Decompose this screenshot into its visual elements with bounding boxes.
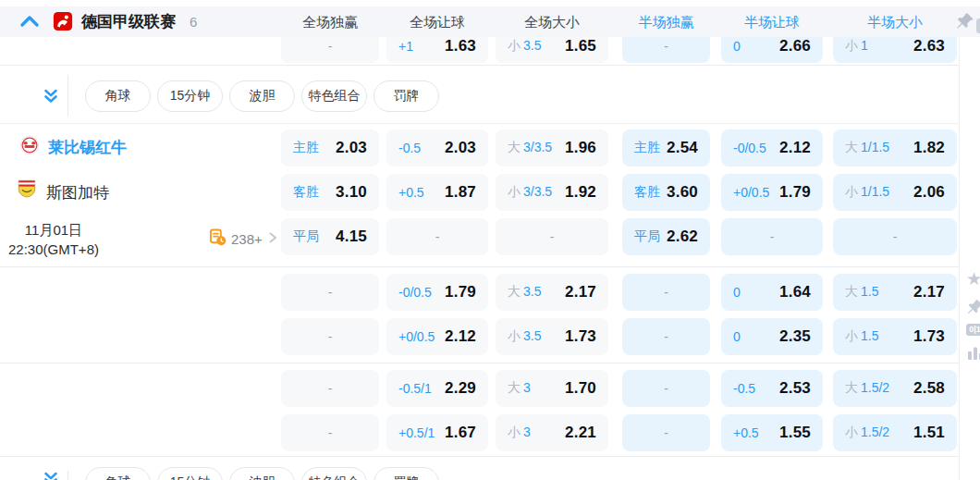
- odds-row-alt-line-2-over: --0.5/12.29大31.70--0.52.53大1.5/22.58: [0, 370, 980, 407]
- odds-cell[interactable]: 小3.51.73: [496, 318, 608, 355]
- odds-cell[interactable]: +0.5/11.67: [386, 414, 488, 451]
- odds-cell: -: [622, 414, 710, 451]
- odds-cell: -: [281, 318, 379, 355]
- odds-row-home-win: 主胜2.03-0.52.03大3/3.51.96主胜2.54-0/0.52.12…: [0, 129, 980, 166]
- odds-cell[interactable]: +0.51.87: [386, 174, 488, 211]
- column-header-full-overunder: 全场大小: [496, 6, 608, 37]
- odds-cell[interactable]: 平局2.62: [622, 218, 710, 255]
- odds-row-alt-line-2-under: -+0.5/11.67小32.21-+0.51.55小1.5/21.51: [0, 414, 980, 451]
- odds-cell[interactable]: 平局4.15: [281, 218, 379, 255]
- odds-cell[interactable]: -0/0.51.79: [386, 274, 488, 311]
- odds-cell[interactable]: 大1/1.51.82: [833, 129, 957, 166]
- odds-cell[interactable]: 小1/1.52.06: [833, 174, 957, 211]
- clipped-edge-icon: [976, 18, 980, 33]
- odds-cell[interactable]: 客胜3.60: [622, 174, 710, 211]
- column-header-half-overunder[interactable]: 半场大小: [833, 6, 957, 37]
- odds-row-draw: 平局4.15--平局2.62--: [0, 218, 980, 255]
- odds-cell[interactable]: 客胜3.10: [281, 174, 379, 211]
- odds-row-away-win: 客胜3.10+0.51.87小3/3.51.92客胜3.60+0/0.51.79…: [0, 174, 980, 211]
- league-name: 德国甲级联赛: [81, 6, 176, 37]
- bundesliga-logo-icon: [53, 11, 73, 31]
- column-header-full-handicap: 全场让球: [386, 6, 488, 37]
- odds-cell[interactable]: 小3/3.51.92: [496, 174, 608, 211]
- odds-cell[interactable]: -0/0.52.12: [721, 129, 823, 166]
- odds-cell[interactable]: +0/0.51.79: [721, 174, 823, 211]
- odds-cell[interactable]: +0/0.52.12: [386, 318, 488, 355]
- odds-cell[interactable]: 大3/3.51.96: [496, 129, 608, 166]
- odds-cell[interactable]: 小1.51.73: [833, 318, 957, 355]
- odds-grid: -+11.63小3.51.65-02.66小12.63主胜2.03-0.52.0…: [0, 0, 980, 480]
- league-match-count: 6: [190, 6, 197, 37]
- collapse-chevron-up-icon[interactable]: [18, 12, 41, 31]
- odds-row-alt-line-1-over: --0/0.51.79大3.52.17-01.64大1.52.17: [0, 274, 980, 311]
- odds-cell: -: [622, 370, 710, 407]
- odds-cell[interactable]: 02.35: [721, 318, 823, 355]
- column-header-half-1x2[interactable]: 半场独赢: [622, 6, 710, 37]
- odds-cell[interactable]: 01.64: [721, 274, 823, 311]
- odds-cell: -: [622, 318, 710, 355]
- column-header-full-1x2: 全场独赢: [281, 6, 379, 37]
- odds-cell: -: [622, 274, 710, 311]
- odds-cell: -: [721, 218, 823, 255]
- odds-cell: -: [386, 218, 488, 255]
- odds-cell: -: [281, 274, 379, 311]
- odds-cell[interactable]: -0.52.53: [721, 370, 823, 407]
- odds-cell[interactable]: 主胜2.03: [281, 129, 379, 166]
- league-header-bar: 德国甲级联赛 6 全场独赢 全场让球 全场大小 半场独赢 半场让球 半场大小: [0, 6, 980, 37]
- odds-cell[interactable]: 大1.5/22.58: [833, 370, 957, 407]
- odds-cell[interactable]: 主胜2.54: [622, 129, 710, 166]
- odds-cell: -: [496, 218, 608, 255]
- odds-cell[interactable]: 大1.52.17: [833, 274, 957, 311]
- odds-cell: -: [281, 370, 379, 407]
- odds-cell: -: [281, 414, 379, 451]
- odds-cell[interactable]: +0.51.55: [721, 414, 823, 451]
- odds-cell[interactable]: 大31.70: [496, 370, 608, 407]
- odds-cell[interactable]: 大3.52.17: [496, 274, 608, 311]
- odds-cell[interactable]: -0.5/12.29: [386, 370, 488, 407]
- betting-odds-screen: -+11.63小3.51.65-02.66小12.63主胜2.03-0.52.0…: [0, 0, 980, 480]
- odds-cell[interactable]: -0.52.03: [386, 129, 488, 166]
- pin-icon[interactable]: [955, 11, 975, 31]
- odds-row-alt-line-1-under: -+0/0.52.12小3.51.73-02.35小1.51.73: [0, 318, 980, 355]
- odds-cell[interactable]: 小1.5/21.51: [833, 414, 957, 451]
- odds-cell[interactable]: 小32.21: [496, 414, 608, 451]
- odds-cell: -: [833, 218, 957, 255]
- column-header-half-handicap[interactable]: 半场让球: [721, 6, 823, 37]
